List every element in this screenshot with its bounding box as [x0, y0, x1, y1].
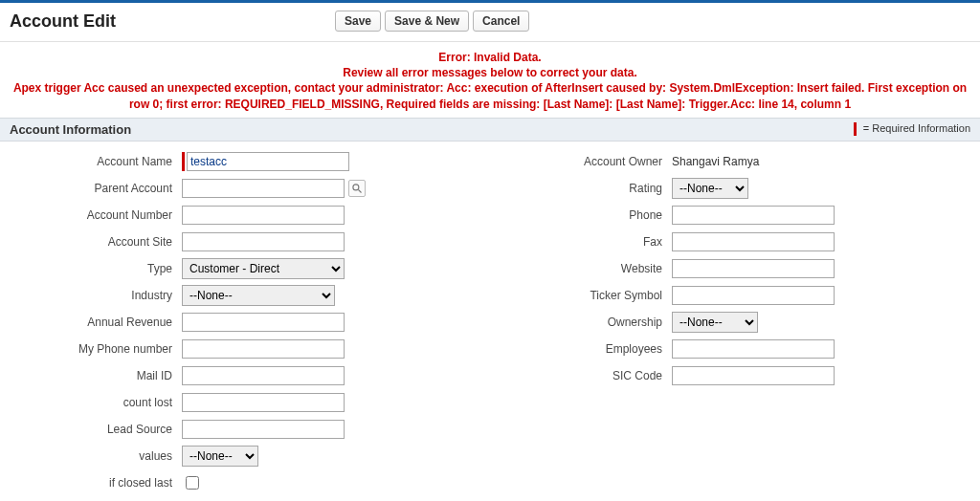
label-ownership: Ownership: [490, 316, 672, 329]
annual-revenue-input[interactable]: [182, 313, 345, 332]
label-my-phone: My Phone number: [0, 342, 182, 356]
row-type: Type Customer - Direct: [0, 258, 490, 279]
error-block: Error: Invalid Data. Review all error me…: [0, 42, 980, 118]
row-ownership: Ownership --None--: [490, 312, 980, 333]
mail-id-input[interactable]: [182, 366, 345, 385]
row-parent-account: Parent Account: [0, 178, 490, 199]
label-parent-account: Parent Account: [0, 182, 182, 195]
row-my-phone: My Phone number: [0, 338, 490, 359]
account-site-input[interactable]: [182, 232, 345, 251]
label-owner: Account Owner: [490, 155, 672, 168]
phone-input[interactable]: [672, 206, 835, 225]
form-area: Account Name Parent Account Account Numb…: [0, 142, 980, 501]
svg-point-0: [353, 185, 359, 190]
label-type: Type: [0, 262, 182, 275]
count-lost-input[interactable]: [182, 393, 345, 412]
row-industry: Industry --None--: [0, 285, 490, 306]
sic-input[interactable]: [672, 366, 835, 385]
values-select[interactable]: --None--: [182, 446, 258, 467]
row-account-number: Account Number: [0, 205, 490, 226]
website-input[interactable]: [672, 259, 835, 278]
row-annual-revenue: Annual Revenue: [0, 312, 490, 333]
label-account-site: Account Site: [0, 235, 182, 249]
row-lead-source: Lead Source: [0, 419, 490, 440]
row-phone: Phone: [490, 205, 980, 226]
parent-account-input[interactable]: [182, 179, 345, 198]
label-count-lost: count lost: [0, 396, 182, 409]
my-phone-input[interactable]: [182, 339, 345, 359]
label-values: values: [0, 449, 182, 463]
label-employees: Employees: [490, 342, 672, 356]
section-header: Account Information = Required Informati…: [0, 118, 980, 142]
cancel-button[interactable]: Cancel: [473, 11, 529, 32]
save-new-button[interactable]: Save & New: [385, 11, 469, 32]
lead-source-input[interactable]: [182, 420, 345, 439]
label-if-closed-last: if closed last: [0, 476, 182, 490]
row-account-site: Account Site: [0, 231, 490, 252]
rating-select[interactable]: --None--: [672, 178, 748, 199]
row-account-name: Account Name: [0, 151, 490, 172]
top-bar: Account Edit Save Save & New Cancel: [0, 0, 980, 42]
right-column: Account Owner Shangavi Ramya Rating --No…: [490, 151, 980, 501]
label-sic: SIC Code: [490, 369, 672, 382]
label-account-name: Account Name: [0, 155, 182, 168]
row-fax: Fax: [490, 231, 980, 252]
label-website: Website: [490, 262, 672, 275]
row-owner: Account Owner Shangavi Ramya: [490, 151, 980, 172]
account-name-input[interactable]: [187, 152, 349, 171]
error-line-3: Apex trigger Acc caused an unexpected ex…: [6, 80, 974, 111]
page-title: Account Edit: [10, 11, 335, 32]
label-fax: Fax: [490, 235, 672, 249]
lookup-icon[interactable]: [348, 180, 366, 197]
row-website: Website: [490, 258, 980, 279]
type-select[interactable]: Customer - Direct: [182, 258, 345, 279]
label-ticker: Ticker Symbol: [490, 289, 672, 302]
label-annual-revenue: Annual Revenue: [0, 316, 182, 329]
label-phone: Phone: [490, 208, 672, 222]
row-rating: Rating --None--: [490, 178, 980, 199]
required-bar-icon: [854, 122, 857, 136]
fax-input[interactable]: [672, 232, 835, 251]
row-values: values --None--: [0, 446, 490, 467]
error-line-2: Review all error messages below to corre…: [6, 65, 974, 80]
label-mail-id: Mail ID: [0, 369, 182, 382]
svg-line-1: [359, 189, 362, 192]
owner-value: Shangavi Ramya: [672, 155, 759, 168]
ticker-input[interactable]: [672, 286, 835, 305]
if-closed-last-checkbox[interactable]: [186, 476, 199, 490]
row-ticker: Ticker Symbol: [490, 285, 980, 306]
action-buttons: Save Save & New Cancel: [335, 11, 529, 32]
row-count-lost: count lost: [0, 392, 490, 413]
row-employees: Employees: [490, 338, 980, 359]
industry-select[interactable]: --None--: [182, 285, 335, 306]
label-account-number: Account Number: [0, 208, 182, 222]
error-line-1: Error: Invalid Data.: [6, 50, 974, 65]
required-note: = Required Information: [854, 122, 970, 136]
employees-input[interactable]: [672, 339, 835, 359]
row-sic: SIC Code: [490, 365, 980, 386]
save-button[interactable]: Save: [335, 11, 381, 32]
label-lead-source: Lead Source: [0, 423, 182, 436]
row-mail-id: Mail ID: [0, 365, 490, 386]
section-title: Account Information: [10, 122, 131, 137]
label-industry: Industry: [0, 289, 182, 302]
account-number-input[interactable]: [182, 206, 345, 225]
left-column: Account Name Parent Account Account Numb…: [0, 151, 490, 501]
row-if-closed-last: if closed last: [0, 472, 490, 493]
label-rating: Rating: [490, 182, 672, 195]
required-note-text: = Required Information: [863, 122, 970, 134]
ownership-select[interactable]: --None--: [672, 312, 758, 333]
